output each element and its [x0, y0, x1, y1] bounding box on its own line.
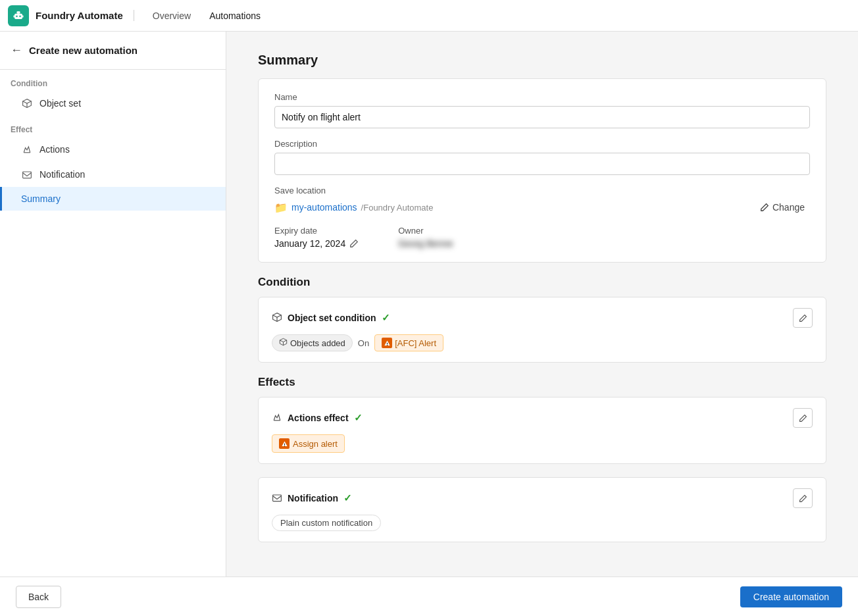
sidebar: ← Create new automation Condition Object…	[0, 32, 226, 577]
condition-card-title: Object set condition ✓	[272, 312, 390, 324]
app-logo	[8, 5, 29, 26]
notification-check-icon: ✓	[343, 492, 352, 504]
main-layout: ← Create new automation Condition Object…	[0, 32, 858, 577]
sidebar-header: ← Create new automation	[0, 32, 226, 70]
actions-effect-tags: Assign alert	[272, 434, 813, 453]
condition-check-icon: ✓	[382, 312, 390, 324]
condition-card: Object set condition ✓	[258, 297, 826, 363]
sidebar-item-notification-label: Notification	[39, 169, 85, 180]
name-field-group: Name	[274, 92, 810, 128]
sidebar-condition-label: Condition	[0, 70, 226, 91]
sidebar-item-object-set[interactable]: Object set	[0, 91, 226, 116]
description-field-group: Description	[274, 139, 810, 175]
assign-alert-triangle-icon	[281, 440, 288, 448]
notification-icon	[21, 168, 33, 180]
owner-value-row: Georg Benne	[398, 238, 453, 249]
notification-card-name: Notification	[288, 493, 338, 503]
folder-icon: 📁	[274, 201, 288, 214]
change-button[interactable]: Change	[755, 199, 810, 215]
svg-rect-8	[387, 342, 388, 344]
sidebar-back-arrow[interactable]: ←	[11, 43, 22, 57]
app-name: Foundry Automate	[36, 10, 134, 21]
sidebar-item-summary[interactable]: Summary	[0, 187, 226, 211]
notification-edit-button[interactable]	[793, 488, 813, 508]
sidebar-item-notification[interactable]: Notification	[0, 162, 226, 187]
nav-automations[interactable]: Automations	[201, 7, 268, 25]
robot-icon	[12, 9, 25, 22]
svg-rect-10	[284, 443, 284, 444]
summary-title: Summary	[258, 53, 826, 68]
svg-rect-9	[387, 344, 388, 345]
expiry-date: January 12, 2024	[274, 238, 345, 249]
alert-triangle-icon	[384, 340, 391, 347]
description-input[interactable]	[274, 153, 810, 175]
condition-card-name: Object set condition	[288, 313, 376, 323]
notification-card: Notification ✓ Plain custom notification	[258, 477, 826, 542]
condition-card-header: Object set condition ✓	[272, 308, 813, 328]
svg-rect-5	[14, 15, 15, 17]
actions-effect-icon	[272, 412, 282, 424]
edit-change-icon	[760, 203, 769, 212]
owner-value: Georg Benne	[398, 238, 453, 249]
save-location-left: 📁 my-automations /Foundry Automate	[274, 201, 433, 214]
expiry-label: Expiry date	[274, 226, 359, 236]
cube-icon	[21, 97, 33, 109]
assign-alert-badge	[279, 438, 290, 449]
plain-custom-label: Plain custom notification	[280, 518, 372, 528]
svg-rect-0	[14, 13, 22, 18]
objects-added-label: Objects added	[290, 338, 345, 348]
expiry-value-row: January 12, 2024	[274, 238, 359, 249]
svg-rect-6	[22, 15, 24, 17]
footer: Back Create automation	[0, 577, 858, 616]
assign-alert-label: Assign alert	[293, 439, 338, 449]
objects-added-tag: Objects added	[272, 334, 353, 351]
save-location-row: 📁 my-automations /Foundry Automate Chang…	[274, 199, 810, 215]
on-label: On	[357, 336, 370, 351]
sidebar-item-object-set-label: Object set	[39, 98, 81, 109]
condition-cube-small	[279, 338, 288, 348]
change-label: Change	[772, 202, 805, 213]
sidebar-title: Create new automation	[29, 45, 138, 56]
notification-card-title: Notification ✓	[272, 492, 352, 505]
actions-effect-edit-button[interactable]	[793, 408, 813, 428]
condition-edit-button[interactable]	[793, 308, 813, 328]
edit-date-icon[interactable]	[349, 239, 359, 248]
notification-card-icon	[272, 492, 282, 505]
plain-custom-notification-tag: Plain custom notification	[272, 515, 381, 531]
sidebar-item-summary-label: Summary	[21, 193, 61, 204]
nav-links: Overview Automations	[145, 7, 268, 25]
actions-icon	[21, 143, 33, 155]
actions-effect-check-icon: ✓	[354, 412, 363, 424]
assign-alert-tag: Assign alert	[272, 434, 345, 453]
afc-alert-label: [AFC] Alert	[395, 338, 436, 348]
condition-tags: Objects added On [AFC] Alert	[272, 334, 813, 351]
condition-cube-icon	[272, 312, 282, 324]
save-path: my-automations	[291, 202, 357, 213]
sidebar-item-actions-label: Actions	[39, 144, 70, 155]
notification-tags: Plain custom notification	[272, 515, 813, 531]
svg-rect-12	[273, 495, 282, 501]
condition-section-header: Condition	[258, 276, 826, 289]
dates-row: Expiry date January 12, 2024 Owner Georg…	[274, 226, 810, 249]
top-nav: Foundry Automate Overview Automations	[0, 0, 858, 32]
alert-badge	[382, 338, 392, 348]
owner-label: Owner	[398, 226, 453, 236]
svg-rect-7	[23, 172, 32, 178]
content-area: Summary Name Description Save location 📁…	[226, 32, 858, 577]
svg-rect-11	[284, 445, 284, 446]
edit-pencil-icon	[799, 314, 807, 322]
back-button[interactable]: Back	[16, 586, 61, 608]
notification-edit-pencil-icon	[799, 494, 807, 503]
save-location-group: Save location 📁 my-automations /Foundry …	[274, 186, 810, 215]
actions-effect-header: Actions effect ✓	[272, 408, 813, 428]
description-label: Description	[274, 139, 810, 149]
afc-alert-tag: [AFC] Alert	[374, 334, 443, 351]
name-input[interactable]	[274, 106, 810, 128]
expiry-col: Expiry date January 12, 2024	[274, 226, 359, 249]
sidebar-effect-label: Effect	[0, 116, 226, 137]
create-automation-button[interactable]: Create automation	[740, 586, 842, 607]
notification-card-header: Notification ✓	[272, 488, 813, 508]
nav-overview[interactable]: Overview	[145, 7, 199, 25]
save-subpath: /Foundry Automate	[361, 203, 434, 213]
sidebar-item-actions[interactable]: Actions	[0, 137, 226, 162]
